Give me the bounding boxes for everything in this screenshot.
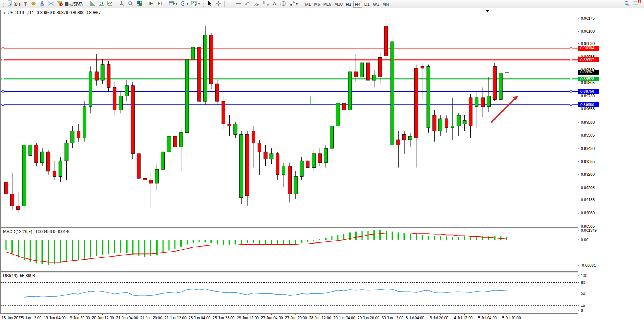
- time-tick-label[interactable]: 19 Jun 20:00: [68, 316, 90, 320]
- svg-text:F: F: [267, 4, 269, 6]
- time-tick-label[interactable]: 21 Jun 20:00: [140, 316, 162, 320]
- time-tick-label[interactable]: 4 Jul 12:00: [454, 316, 473, 320]
- candle-body-bear: [143, 178, 147, 180]
- time-tick-label[interactable]: 26 Jun 12:00: [237, 316, 259, 320]
- candle-body-bear: [318, 154, 322, 163]
- chevron-down-icon: ▾: [296, 2, 298, 6]
- time-tick-label[interactable]: 27 Jun 04:00: [261, 316, 283, 320]
- periods-button[interactable]: ▾: [179, 0, 190, 8]
- candle-body-bull: [439, 119, 442, 131]
- line-handle[interactable]: [2, 59, 4, 61]
- line-handle[interactable]: [570, 59, 572, 61]
- text-tool[interactable]: A: [271, 0, 278, 8]
- candle-body-bear: [469, 98, 472, 126]
- text-label-tool[interactable]: T: [279, 0, 288, 8]
- chart-canvas[interactable]: 0.901750.901000.900300.899550.898800.898…: [0, 8, 644, 322]
- fibonacci-tool[interactable]: F: [261, 0, 270, 8]
- new-chart-button[interactable]: ▾: [167, 0, 179, 8]
- svg-text:E: E: [257, 4, 259, 6]
- line-handle[interactable]: [2, 47, 4, 49]
- toolbar-grip: [85, 1, 87, 7]
- time-tick-label[interactable]: 19 Jun 04:00: [44, 316, 66, 320]
- time-tick-label[interactable]: 22 Jun 12:00: [164, 316, 187, 320]
- price-flag-label: 0.89937: [580, 58, 595, 62]
- pane-splitter[interactable]: [1, 272, 578, 273]
- line-handle[interactable]: [570, 47, 572, 49]
- timeframe-W1[interactable]: W1: [371, 1, 381, 8]
- new-order-button[interactable]: 新订单: [6, 0, 29, 8]
- trendline-tool[interactable]: [243, 0, 251, 8]
- time-tick-label[interactable]: 25 Jun 23:00: [213, 316, 235, 320]
- line-handle[interactable]: [570, 91, 572, 92]
- candle-body-bull: [89, 72, 92, 107]
- candle-body-bull: [475, 98, 478, 107]
- candle-body-bear: [397, 140, 400, 145]
- tile-windows-button[interactable]: [135, 0, 143, 8]
- candle-body-bull: [119, 96, 123, 110]
- candle-body-bull: [499, 73, 502, 100]
- notifications-button[interactable]: 1: [631, 0, 640, 8]
- zoom-in-button[interactable]: [118, 0, 126, 8]
- rsi-tick-label: 80: [581, 281, 585, 285]
- time-tick-label[interactable]: 5 Jul 04:00: [478, 316, 497, 320]
- crosshair-tool-button[interactable]: [214, 0, 223, 8]
- main-price-pane[interactable]: [1, 10, 578, 228]
- timeframe-H4[interactable]: H4: [353, 1, 362, 8]
- timeframe-M15[interactable]: M15: [322, 1, 333, 8]
- time-tick-label[interactable]: 16 Jun 12:00: [19, 316, 41, 320]
- rsi-indicator-label: RSI(14)55.8998: [3, 273, 35, 278]
- equidistant-channel-tool[interactable]: E: [252, 0, 261, 8]
- time-tick-label[interactable]: 21 Jun 04:00: [116, 316, 138, 320]
- candlestick-chart-button[interactable]: [97, 0, 105, 8]
- autotrading-button[interactable]: 自动交易: [56, 0, 84, 8]
- line-handle[interactable]: [570, 78, 572, 80]
- time-tick-label[interactable]: 30 Jun 12:00: [381, 316, 403, 320]
- time-tick-label[interactable]: 29 Jun 04:00: [333, 316, 355, 320]
- timeframe-H1[interactable]: H1: [344, 1, 353, 8]
- time-tick-label[interactable]: 23 Jun 04:00: [188, 316, 210, 320]
- timeframe-M1[interactable]: M1: [303, 1, 312, 8]
- timeframe-M30[interactable]: M30: [333, 1, 344, 8]
- metaeditor-button[interactable]: [29, 0, 38, 8]
- arrows-tool[interactable]: ▾: [288, 0, 299, 8]
- auto-scroll-button[interactable]: [147, 0, 155, 8]
- search-button[interactable]: [623, 0, 631, 8]
- line-handle[interactable]: [2, 104, 4, 106]
- cursor-tool-button[interactable]: [206, 0, 214, 8]
- line-handle[interactable]: [2, 78, 4, 80]
- collapse-triangle-icon[interactable]: ▼: [3, 11, 6, 15]
- signals-button[interactable]: [47, 0, 55, 8]
- time-tick-label[interactable]: 3 Jul 04:00: [406, 316, 424, 320]
- macd-pane[interactable]: [1, 228, 578, 272]
- bar-chart-button[interactable]: [88, 0, 97, 8]
- candle-body-bear: [222, 101, 225, 124]
- time-tick-label[interactable]: 27 Jun 20:00: [285, 316, 307, 320]
- styler-button[interactable]: [38, 0, 46, 8]
- time-tick-label[interactable]: 20 Jun 12:00: [92, 316, 114, 320]
- line-chart-button[interactable]: [106, 0, 114, 8]
- candle-body-bear: [10, 194, 14, 206]
- price-tick-label: 0.89280: [581, 172, 595, 177]
- toolbar-separator: [116, 1, 116, 7]
- autotrading-icon: [57, 0, 63, 8]
- timeframe-M5[interactable]: M5: [312, 1, 322, 8]
- price-tick-label: 0.89135: [581, 198, 595, 202]
- time-tick-label[interactable]: 28 Jun 12:00: [309, 316, 331, 320]
- timeframe-MN[interactable]: MN: [381, 1, 390, 8]
- chart-shift-button[interactable]: [156, 0, 164, 8]
- line-handle[interactable]: [2, 91, 4, 92]
- zoom-out-button[interactable]: [126, 0, 135, 8]
- candle-body-bear: [367, 63, 370, 80]
- candle-body-bear: [414, 68, 418, 138]
- time-tick-label[interactable]: 3 Jul 20:00: [430, 316, 448, 320]
- time-tick-label[interactable]: 29 Jun 20:00: [357, 316, 379, 320]
- horizontal-line-tool[interactable]: [234, 0, 242, 8]
- pane-splitter[interactable]: [1, 228, 578, 228]
- timeframe-D1[interactable]: D1: [362, 1, 371, 8]
- time-tick-label[interactable]: 5 Jul 20:00: [502, 316, 521, 320]
- candle-body-bear: [354, 72, 358, 77]
- candle-body-bull: [22, 145, 26, 206]
- vertical-line-tool[interactable]: [226, 0, 234, 8]
- indicators-button[interactable]: ▾: [190, 0, 201, 8]
- line-handle[interactable]: [570, 104, 572, 106]
